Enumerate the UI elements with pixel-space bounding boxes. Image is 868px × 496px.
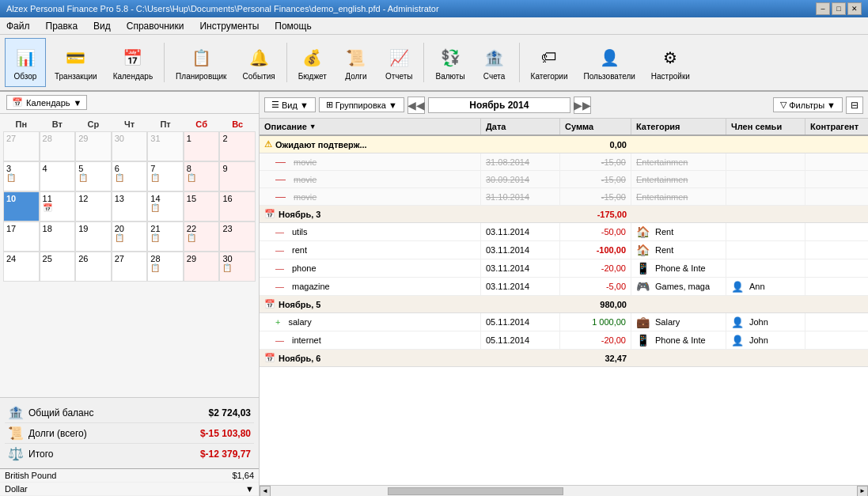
group-button[interactable]: ⊞ Группировка ▼ xyxy=(319,97,404,112)
cal-day-27[interactable]: 27 xyxy=(3,131,40,161)
transactions-icon: 💳 xyxy=(63,45,89,70)
toolbar-btn-users[interactable]: 👤Пользователи xyxy=(577,38,642,87)
dow-Сб: Сб xyxy=(184,117,220,131)
menu-item-помощь[interactable]: Помощь xyxy=(271,19,314,33)
menu-item-вид[interactable]: Вид xyxy=(90,19,114,33)
minimize-button[interactable]: – xyxy=(816,2,830,15)
col-description[interactable]: Описание ▼ xyxy=(260,119,481,134)
calendar-dropdown[interactable]: 📅 Календарь ▼ xyxy=(6,95,87,110)
cal-day-22[interactable]: 22📋 xyxy=(184,221,220,252)
cal-day-21[interactable]: 21📋 xyxy=(147,221,184,252)
cal-day-27[interactable]: 27 xyxy=(112,252,148,282)
menu-item-справочники[interactable]: Справочники xyxy=(123,19,188,33)
toolbar-btn-events[interactable]: 🔔События xyxy=(235,38,282,87)
cal-day-29[interactable]: 29 xyxy=(75,131,112,161)
total-balance-label: 🏦 Общий баланс xyxy=(8,405,93,420)
toolbar-btn-accounts[interactable]: 🏦Счета xyxy=(474,38,515,87)
accounts-icon: 🏦 xyxy=(482,45,507,70)
next-month-button[interactable]: ▶▶ xyxy=(574,97,591,114)
table-row[interactable]: —internet 05.11.2014 -20,00 📱Phone & Int… xyxy=(260,331,868,350)
col-category[interactable]: Категория xyxy=(631,119,726,134)
nov5-label: Ноябрь, 5 xyxy=(279,300,320,309)
cal-day-5[interactable]: 5📋 xyxy=(75,161,112,191)
cal-day-1[interactable]: 1 xyxy=(184,131,220,161)
cal-day-3[interactable]: 3📋 xyxy=(3,161,40,191)
toolbar-btn-budget[interactable]: 💰Бюджет xyxy=(291,38,334,87)
currency-scroll-arrow-down[interactable]: ▼ xyxy=(245,484,254,494)
col-amount[interactable]: Сумма xyxy=(560,119,631,134)
filter-button[interactable]: ▽ Фильтры ▼ xyxy=(773,97,843,112)
dow-Чт: Чт xyxy=(112,117,148,131)
debts-icon: 📜 xyxy=(343,45,369,70)
col-member[interactable]: Член семьи xyxy=(726,119,805,134)
cal-day-31[interactable]: 31 xyxy=(147,131,184,161)
toolbar-btn-currencies[interactable]: 💱Валюты xyxy=(428,38,472,87)
scroll-right-button[interactable]: ► xyxy=(857,486,868,497)
cal-day-6[interactable]: 6📋 xyxy=(112,161,148,191)
cal-day-7[interactable]: 7📋 xyxy=(147,161,184,191)
right-toolbar: ☰ Вид ▼ ⊞ Группировка ▼ ◀◀ Ноябрь 2014 ▶… xyxy=(260,92,868,119)
cal-day-13[interactable]: 13 xyxy=(112,191,148,221)
layout-toggle-button[interactable]: ⊟ xyxy=(846,97,863,114)
prev-month-button[interactable]: ◀◀ xyxy=(407,97,425,114)
table-row[interactable]: —movie 31.10.2014 -15,00 Entertainmen xyxy=(260,188,868,206)
cal-day-11[interactable]: 11📅 xyxy=(40,191,76,221)
menu-item-файл[interactable]: Файл xyxy=(3,19,33,33)
toolbar-btn-transactions[interactable]: 💳Транзакции xyxy=(47,38,104,87)
col-date[interactable]: Дата xyxy=(481,119,560,134)
cal-day-23[interactable]: 23 xyxy=(219,221,256,252)
cal-day-25[interactable]: 25 xyxy=(40,252,76,282)
cal-day-2[interactable]: 2 xyxy=(219,131,256,161)
menu-item-правка[interactable]: Правка xyxy=(43,19,81,33)
horizontal-scrollbar[interactable]: ◄ ► xyxy=(260,485,868,496)
cal-day-30[interactable]: 30 xyxy=(112,131,148,161)
cal-day-16[interactable]: 16 xyxy=(219,191,256,221)
cal-day-8[interactable]: 8📋 xyxy=(184,161,220,191)
toolbar-btn-calendar[interactable]: 📅Календарь xyxy=(106,38,160,87)
cal-day-28[interactable]: 28 xyxy=(40,131,76,161)
cal-day-28[interactable]: 28📋 xyxy=(147,252,184,282)
currency-section: British Pound $1,64 Dollar ▼ xyxy=(0,468,259,496)
cal-day-4[interactable]: 4 xyxy=(40,161,76,191)
toolbar-btn-settings[interactable]: ⚙Настройки xyxy=(644,38,697,87)
table-row[interactable]: —magazine 03.11.2014 -5,00 🎮Games, maga … xyxy=(260,278,868,296)
table-row[interactable]: —utils 03.11.2014 -50,00 🏠Rent xyxy=(260,223,868,241)
debts-label-text: Долги (всего) xyxy=(28,428,87,439)
cal-day-17[interactable]: 17 xyxy=(3,221,40,252)
col-date-label: Дата xyxy=(486,122,506,131)
close-button[interactable]: ✕ xyxy=(847,2,862,15)
toolbar-btn-reports[interactable]: 📈Отчеты xyxy=(378,38,420,87)
table-row[interactable]: —rent 03.11.2014 -100,00 🏠Rent xyxy=(260,241,868,259)
cal-day-24[interactable]: 24 xyxy=(3,252,40,282)
cal-day-9[interactable]: 9 xyxy=(219,161,256,191)
table-row[interactable]: —movie 31.08.2014 -15,00 Entertainmen xyxy=(260,153,868,171)
nov3-calendar-icon: 📅 xyxy=(264,209,275,219)
table-row[interactable]: —movie 30.09.2014 -15,00 Entertainmen xyxy=(260,171,868,188)
cal-day-12[interactable]: 12 xyxy=(75,191,112,221)
toolbar-btn-debts[interactable]: 📜Долги xyxy=(335,38,377,87)
cal-day-14[interactable]: 14📋 xyxy=(147,191,184,221)
cal-day-20[interactable]: 20📋 xyxy=(112,221,148,252)
table-row[interactable]: —phone 03.11.2014 -20,00 📱Phone & Inte xyxy=(260,259,868,278)
cal-day-30[interactable]: 30📋 xyxy=(219,252,256,282)
calendar-days: 2728293031123📋45📋6📋7📋8📋91011📅121314📋1516… xyxy=(3,131,256,282)
cal-day-26[interactable]: 26 xyxy=(75,252,112,282)
scroll-thumb[interactable] xyxy=(388,487,563,495)
toolbar-btn-planner[interactable]: 📋Планировщик xyxy=(169,38,233,87)
cal-day-29[interactable]: 29 xyxy=(184,252,220,282)
toolbar-btn-overview[interactable]: 📊Обзор xyxy=(5,38,46,87)
view-button[interactable]: ☰ Вид ▼ xyxy=(264,97,316,112)
total-row: ⚖️ Итого $-12 379,77 xyxy=(5,444,254,464)
right-panel: ☰ Вид ▼ ⊞ Группировка ▼ ◀◀ Ноябрь 2014 ▶… xyxy=(260,92,868,496)
cal-day-10[interactable]: 10 xyxy=(3,191,40,221)
table-row[interactable]: +salary 05.11.2014 1 000,00 💼Salary 👤Joh… xyxy=(260,313,868,331)
menu-item-инструменты[interactable]: Инструменты xyxy=(196,19,262,33)
col-counterpart[interactable]: Контрагент xyxy=(805,119,868,134)
scroll-left-button[interactable]: ◄ xyxy=(260,486,271,497)
maximize-button[interactable]: □ xyxy=(832,2,846,15)
cal-day-15[interactable]: 15 xyxy=(184,191,220,221)
scroll-track[interactable] xyxy=(271,487,857,496)
cal-day-19[interactable]: 19 xyxy=(75,221,112,252)
toolbar-btn-categories[interactable]: 🏷Категории xyxy=(524,38,575,87)
cal-day-18[interactable]: 18 xyxy=(40,221,76,252)
